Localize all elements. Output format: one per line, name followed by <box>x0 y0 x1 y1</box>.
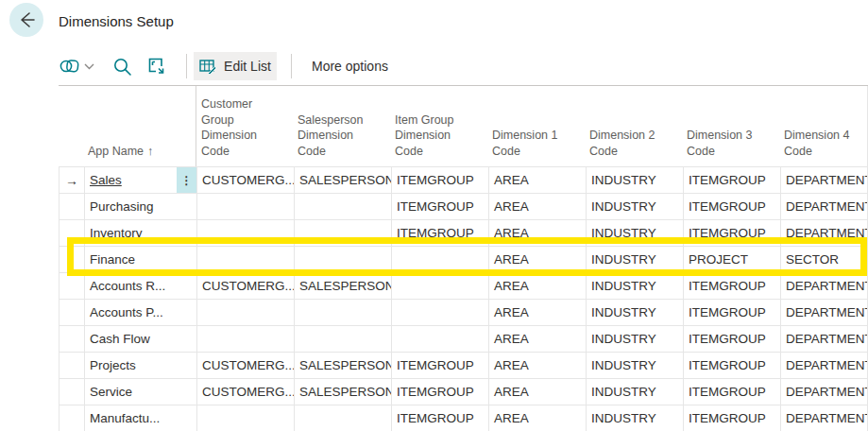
cell-item-group-dimension-code[interactable]: ITEMGROUP <box>391 379 488 405</box>
header-cell-dimension-1[interactable]: Dimension 1 Code <box>487 86 585 166</box>
cell-salesperson-dimension-code[interactable]: SALESPERSON <box>294 353 391 378</box>
cell-dimension-4-code[interactable]: DEPARTMENT <box>780 220 867 246</box>
table-row: Accounts R... CUSTOMERG... SALESPERSON A… <box>59 273 868 300</box>
cell-dimension-3-code[interactable]: ITEMGROUP <box>683 220 780 246</box>
header-cell-dimension-2[interactable]: Dimension 2 Code <box>585 86 682 166</box>
cell-dimension-2-code[interactable]: INDUSTRY <box>586 300 683 325</box>
row-context-menu-button[interactable]: ⋮ <box>177 167 196 193</box>
cell-dimension-3-code[interactable]: ITEMGROUP <box>683 300 780 325</box>
cell-dimension-3-code[interactable]: ITEMGROUP <box>683 167 780 193</box>
cell-dimension-1-code[interactable]: AREA <box>488 326 586 352</box>
cell-item-group-dimension-code[interactable]: ITEMGROUP <box>391 353 488 378</box>
cell-dimension-4-code[interactable]: DEPARTMENT <box>780 167 867 193</box>
cell-item-group-dimension-code[interactable] <box>391 273 488 299</box>
header-cell-customer-group[interactable]: Customer Group Dimension Code <box>196 86 293 166</box>
cell-salesperson-dimension-code[interactable]: SALESPERSON <box>294 167 391 193</box>
cell-dimension-3-code[interactable]: ITEMGROUP <box>683 273 780 299</box>
cell-dimension-4-code[interactable]: DEPARTMENT <box>780 353 867 378</box>
app-name-link[interactable]: Inventory <box>85 220 196 246</box>
cell-salesperson-dimension-code[interactable] <box>294 300 391 325</box>
cell-dimension-2-code[interactable]: INDUSTRY <box>586 220 683 246</box>
cell-customer-group-dimension-code[interactable]: CUSTOMERG... <box>196 379 294 405</box>
app-name-link[interactable]: Sales <box>85 167 177 193</box>
cell-item-group-dimension-code[interactable] <box>391 326 488 352</box>
cell-item-group-dimension-code[interactable]: ITEMGROUP <box>391 220 488 246</box>
cell-salesperson-dimension-code[interactable]: SALESPERSON <box>294 379 391 405</box>
cell-salesperson-dimension-code[interactable] <box>294 247 391 272</box>
cell-customer-group-dimension-code[interactable]: CUSTOMERG... <box>196 353 294 378</box>
cell-dimension-3-code[interactable]: ITEMGROUP <box>683 353 780 378</box>
cell-dimension-1-code[interactable]: AREA <box>488 194 586 219</box>
selected-row-marker-icon: → <box>65 173 78 188</box>
cell-dimension-1-code[interactable]: AREA <box>488 353 586 378</box>
header-cell-app-name[interactable]: App Name↑ <box>83 86 196 166</box>
header-cell-dimension-3[interactable]: Dimension 3 Code <box>682 86 779 166</box>
cell-item-group-dimension-code[interactable] <box>391 247 488 272</box>
app-name-link[interactable]: Accounts P... <box>85 300 196 325</box>
app-name-link[interactable]: Accounts R... <box>85 273 196 299</box>
cell-dimension-3-code[interactable]: PROJECT <box>683 247 780 272</box>
cell-dimension-1-code[interactable]: AREA <box>488 379 586 405</box>
action-bar: Edit List More options <box>59 47 868 86</box>
header-cell-dimension-4[interactable]: Dimension 4 Code <box>779 86 867 166</box>
cell-customer-group-dimension-code[interactable] <box>196 247 294 272</box>
app-name-link[interactable]: Finance <box>85 247 196 272</box>
back-button[interactable] <box>9 3 43 37</box>
app-name-link[interactable]: Manufactu... <box>85 405 196 431</box>
more-options-button[interactable]: More options <box>312 47 388 85</box>
cell-dimension-1-code[interactable]: AREA <box>488 247 586 272</box>
cell-customer-group-dimension-code[interactable] <box>196 194 294 219</box>
cell-dimension-4-code[interactable]: DEPARTMENT <box>780 326 867 352</box>
app-name-link[interactable]: Service <box>85 379 196 405</box>
cell-dimension-1-code[interactable]: AREA <box>488 300 586 325</box>
cell-dimension-4-code[interactable]: SECTOR <box>780 247 867 272</box>
cell-customer-group-dimension-code[interactable] <box>196 300 294 325</box>
cell-dimension-4-code[interactable]: DEPARTMENT <box>780 273 867 299</box>
cell-dimension-2-code[interactable]: INDUSTRY <box>586 247 683 272</box>
app-name-link[interactable]: Projects <box>85 353 196 378</box>
cell-salesperson-dimension-code[interactable] <box>294 220 391 246</box>
cell-dimension-1-code[interactable]: AREA <box>488 220 586 246</box>
cell-customer-group-dimension-code[interactable]: CUSTOMERG... <box>196 167 294 193</box>
edit-list-button[interactable]: Edit List <box>194 52 277 80</box>
cell-item-group-dimension-code[interactable]: ITEMGROUP <box>391 194 488 219</box>
cell-salesperson-dimension-code[interactable] <box>294 194 391 219</box>
cell-customer-group-dimension-code[interactable] <box>196 220 294 246</box>
app-name-link[interactable]: Purchasing <box>85 194 196 219</box>
cell-dimension-2-code[interactable]: INDUSTRY <box>586 194 683 219</box>
cell-dimension-3-code[interactable]: ITEMGROUP <box>683 326 780 352</box>
cell-dimension-1-code[interactable]: AREA <box>488 405 586 431</box>
cell-dimension-4-code[interactable]: DEPARTMENT <box>780 300 867 325</box>
open-in-new-window-button[interactable] <box>146 47 167 85</box>
cell-dimension-2-code[interactable]: INDUSTRY <box>586 353 683 378</box>
cell-salesperson-dimension-code[interactable] <box>294 326 391 352</box>
cell-dimension-4-code[interactable]: DEPARTMENT <box>780 194 867 219</box>
cell-dimension-3-code[interactable]: ITEMGROUP <box>683 194 780 219</box>
sort-ascending-icon: ↑ <box>147 144 153 160</box>
cell-customer-group-dimension-code[interactable] <box>196 326 294 352</box>
header-cell-salesperson[interactable]: Salesperson Dimension Code <box>293 86 390 166</box>
cell-dimension-1-code[interactable]: AREA <box>488 273 586 299</box>
cell-customer-group-dimension-code[interactable]: CUSTOMERG... <box>196 273 294 299</box>
cell-dimension-3-code[interactable]: ITEMGROUP <box>683 379 780 405</box>
cell-dimension-2-code[interactable]: INDUSTRY <box>586 379 683 405</box>
edit-list-icon <box>199 59 217 75</box>
cell-salesperson-dimension-code[interactable] <box>294 405 391 431</box>
cell-dimension-2-code[interactable]: INDUSTRY <box>586 405 683 431</box>
cell-item-group-dimension-code[interactable] <box>391 300 488 325</box>
views-button[interactable] <box>59 47 94 85</box>
cell-dimension-2-code[interactable]: INDUSTRY <box>586 167 683 193</box>
cell-dimension-2-code[interactable]: INDUSTRY <box>586 326 683 352</box>
header-cell-item-group[interactable]: Item Group Dimension Code <box>390 86 487 166</box>
search-button[interactable] <box>112 47 132 85</box>
cell-dimension-4-code[interactable]: DEPARTMENT <box>780 405 867 431</box>
cell-dimension-3-code[interactable]: ITEMGROUP <box>683 405 780 431</box>
cell-item-group-dimension-code[interactable]: ITEMGROUP <box>391 167 488 193</box>
cell-salesperson-dimension-code[interactable]: SALESPERSON <box>294 273 391 299</box>
cell-dimension-4-code[interactable]: DEPARTMENT <box>780 379 867 405</box>
cell-item-group-dimension-code[interactable]: ITEMGROUP <box>391 405 488 431</box>
cell-customer-group-dimension-code[interactable] <box>196 405 294 431</box>
app-name-link[interactable]: Cash Flow <box>85 326 196 352</box>
cell-dimension-1-code[interactable]: AREA <box>488 167 586 193</box>
cell-dimension-2-code[interactable]: INDUSTRY <box>586 273 683 299</box>
